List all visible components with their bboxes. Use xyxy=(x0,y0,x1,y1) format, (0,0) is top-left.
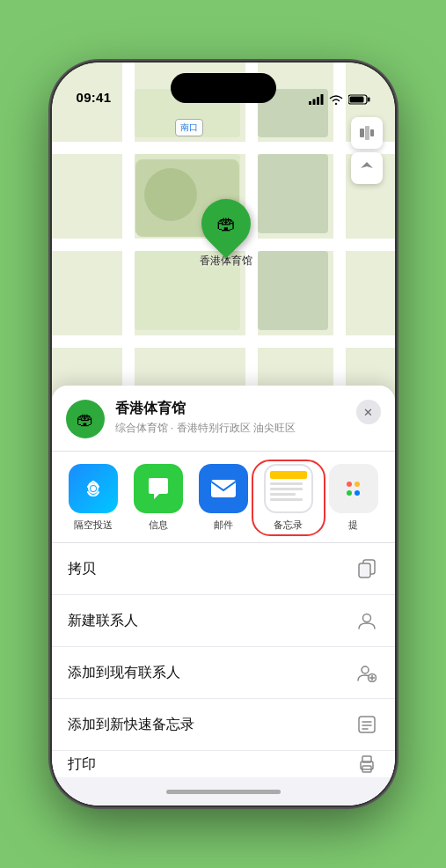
messages-label: 信息 xyxy=(149,519,168,532)
add-existing-icon xyxy=(355,660,379,685)
map-label-south-entrance: 南口 xyxy=(175,119,203,136)
svg-rect-7 xyxy=(360,129,364,137)
action-copy[interactable]: 拷贝 xyxy=(52,543,395,595)
action-new-contact[interactable]: 新建联系人 xyxy=(52,595,395,647)
svg-rect-0 xyxy=(309,101,311,105)
action-list: 拷贝 新建联系人 xyxy=(52,543,395,777)
new-contact-svg xyxy=(357,611,377,630)
more-dots-icon xyxy=(329,464,378,513)
status-time: 09:41 xyxy=(77,90,112,105)
svg-rect-6 xyxy=(349,97,363,103)
svg-rect-14 xyxy=(359,563,370,577)
action-add-existing[interactable]: 添加到现有联系人 xyxy=(52,647,395,699)
dynamic-island xyxy=(171,73,276,103)
venue-subtitle: 综合体育馆 · 香港特别行政区 油尖旺区 xyxy=(115,421,346,436)
action-new-contact-label: 新建联系人 xyxy=(68,612,138,630)
copy-icon xyxy=(355,556,379,581)
phone-frame: 09:41 xyxy=(52,63,395,805)
battery-icon xyxy=(348,94,370,105)
new-contact-icon xyxy=(355,608,379,633)
app-mail[interactable]: 邮件 xyxy=(191,464,256,532)
signal-icon xyxy=(309,94,324,105)
more-label: 提 xyxy=(348,519,358,532)
map-area: 南口 🏟 香港体育馆 xyxy=(52,63,395,432)
airdrop-icon xyxy=(69,464,118,513)
messages-svg xyxy=(145,476,172,501)
venue-text: 香港体育馆 综合体育馆 · 香港特别行政区 油尖旺区 xyxy=(115,400,346,436)
print-svg xyxy=(357,754,377,774)
pin-circle: 🏟 xyxy=(191,188,260,258)
mail-icon xyxy=(199,464,248,513)
app-airdrop[interactable]: 隔空投送 xyxy=(61,464,126,532)
quick-note-icon xyxy=(355,712,379,737)
svg-rect-8 xyxy=(365,126,369,140)
airdrop-label: 隔空投送 xyxy=(74,519,113,532)
svg-rect-12 xyxy=(211,480,236,497)
svg-point-11 xyxy=(91,486,96,491)
app-notes[interactable]: 备忘录 xyxy=(256,464,321,532)
map-controls xyxy=(351,117,383,184)
venue-stadium-icon: 🏟 xyxy=(77,409,94,430)
svg-rect-3 xyxy=(320,94,323,105)
svg-rect-2 xyxy=(317,97,319,105)
quick-note-svg xyxy=(357,715,377,734)
home-bar xyxy=(166,790,281,794)
location-arrow-icon xyxy=(359,160,375,176)
svg-point-15 xyxy=(362,614,370,622)
location-button[interactable] xyxy=(351,152,383,184)
notes-label: 备忘录 xyxy=(274,519,303,532)
app-messages[interactable]: 信息 xyxy=(126,464,191,532)
action-quick-note-label: 添加到新快速备忘录 xyxy=(68,716,194,734)
action-copy-label: 拷贝 xyxy=(68,560,96,578)
svg-rect-1 xyxy=(312,99,315,106)
phone-screen: 09:41 xyxy=(52,63,395,805)
copy-svg xyxy=(357,559,377,578)
map-type-button[interactable] xyxy=(351,117,383,149)
home-indicator xyxy=(52,777,395,805)
messages-icon xyxy=(134,464,183,513)
mail-svg xyxy=(210,479,237,498)
wifi-icon xyxy=(329,94,343,105)
pin-stadium-icon: 🏟 xyxy=(216,212,236,235)
svg-rect-20 xyxy=(359,717,375,732)
share-apps-row: 隔空投送 信息 xyxy=(52,452,395,543)
venue-header: 🏟 香港体育馆 综合体育馆 · 香港特别行政区 油尖旺区 ✕ xyxy=(52,386,395,452)
action-add-existing-label: 添加到现有联系人 xyxy=(68,664,180,682)
svg-rect-9 xyxy=(370,129,374,136)
app-more[interactable]: 提 xyxy=(321,464,386,532)
add-existing-svg xyxy=(357,663,377,682)
mail-label: 邮件 xyxy=(214,519,233,532)
action-print[interactable]: 打印 xyxy=(52,751,395,777)
bottom-sheet: 🏟 香港体育馆 综合体育馆 · 香港特别行政区 油尖旺区 ✕ xyxy=(52,386,395,805)
venue-name: 香港体育馆 xyxy=(115,400,346,418)
svg-point-16 xyxy=(362,666,369,673)
notes-icon xyxy=(264,464,313,513)
action-quick-note[interactable]: 添加到新快速备忘录 xyxy=(52,699,395,751)
map-type-icon xyxy=(359,125,375,141)
action-print-label: 打印 xyxy=(68,755,96,774)
apps-scroll: 隔空投送 信息 xyxy=(52,464,395,532)
close-button[interactable]: ✕ xyxy=(356,400,381,424)
airdrop-svg xyxy=(81,476,106,501)
venue-icon: 🏟 xyxy=(66,400,105,438)
svg-rect-5 xyxy=(368,98,370,102)
print-icon xyxy=(355,752,379,776)
status-icons xyxy=(309,94,370,105)
location-pin: 🏟 香港体育馆 xyxy=(200,199,252,268)
